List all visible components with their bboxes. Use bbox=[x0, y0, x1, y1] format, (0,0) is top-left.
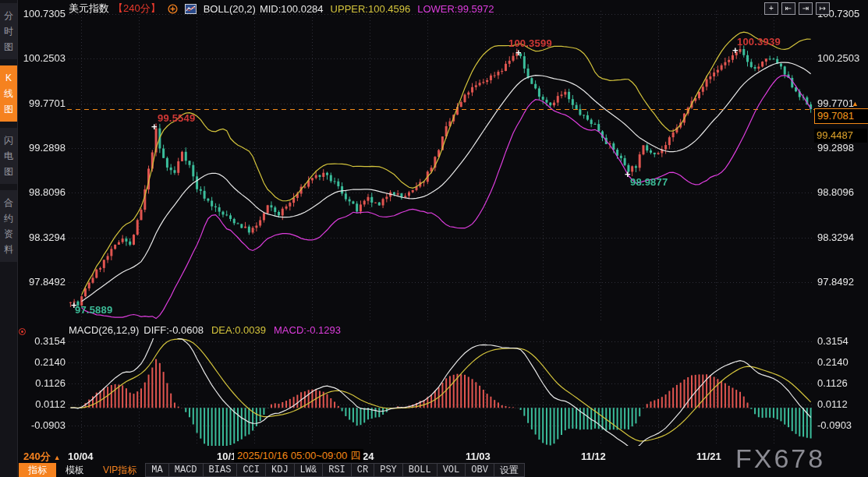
sidebar-tab-kline-chart[interactable]: K线图 bbox=[0, 65, 17, 122]
x-axis-date-label: 11/03 bbox=[466, 450, 491, 462]
price-annotation-marker: + bbox=[732, 44, 739, 56]
timeframe-arrow-icon: ▲ bbox=[54, 454, 61, 461]
toolbar-tab-VIP指标[interactable]: VIP指标 bbox=[94, 463, 146, 477]
chart-tools: +⇤⇥↦ bbox=[764, 2, 830, 15]
macd-axis-label-left: 0.2140 bbox=[20, 356, 66, 368]
sidebar-tab-char: 线 bbox=[4, 86, 13, 101]
macd-axis-label-left: 0.0112 bbox=[20, 398, 66, 410]
indicator-button-CCI[interactable]: CCI bbox=[236, 463, 266, 477]
boll-mid-value: MID:100.0284 bbox=[260, 3, 324, 15]
sidebar-tab-char: 图 bbox=[4, 39, 13, 55]
sidebar-tab-char: K bbox=[5, 70, 12, 86]
toolbar-tab-指标[interactable]: 指标 bbox=[19, 463, 56, 477]
period-badge[interactable]: 【240分】 bbox=[113, 2, 161, 16]
y-axis-label-left: 100.2503 bbox=[20, 52, 66, 64]
bar-time-tooltip: 2025/10/16 05:00~09:00 四 bbox=[234, 449, 363, 462]
price-annotation-marker: + bbox=[625, 168, 631, 180]
price-annotation: 99.5549 bbox=[158, 112, 195, 124]
price-annotation: 98.9877 bbox=[630, 176, 668, 188]
y-axis-label-right: 98.3294 bbox=[817, 231, 854, 243]
sidebar-tab-contract-info[interactable]: 合约资料 bbox=[0, 190, 17, 262]
macd-diff-value: DIFF:-0.0608 bbox=[143, 324, 204, 336]
indicator-button-RSI[interactable]: RSI bbox=[322, 463, 352, 477]
indicator-button-MA[interactable]: MA bbox=[145, 463, 168, 477]
chart-header: 美元指数 【240分】 BOLL(20,2) MID:100.0284 UPPE… bbox=[69, 2, 494, 16]
macd-axis-label-right: 0.3154 bbox=[817, 335, 849, 347]
sidebar-tab-char: 料 bbox=[4, 242, 13, 257]
x-axis-date-label: 10/04 bbox=[68, 450, 94, 462]
symbol-name: 美元指数 bbox=[69, 2, 109, 16]
x-axis-date-label: 11/21 bbox=[696, 450, 721, 462]
current-price-box: 99.7081 bbox=[814, 108, 868, 124]
macd-header: MACD(26,12,9) DIFF:-0.0608 DEA:0.0039 MA… bbox=[69, 324, 341, 336]
indicator-button-MACD[interactable]: MACD bbox=[168, 463, 204, 477]
y-axis-label-right: 98.8096 bbox=[817, 186, 854, 198]
indicator-toolbar: 指标模板VIP指标MAMACDBIASCCIKDJLW&RSICRPSYBOLL… bbox=[19, 463, 525, 477]
macd-axis-label-right: 0.0112 bbox=[817, 398, 848, 410]
indicator-button-VOL[interactable]: VOL bbox=[437, 463, 466, 477]
macd-name: MACD(26,12,9) bbox=[69, 324, 139, 336]
sidebar-tab-char: 时 bbox=[4, 23, 13, 39]
x-axis-date-label: 11/12 bbox=[581, 450, 606, 462]
macd-axis-label-right: -0.0903 bbox=[817, 419, 852, 431]
reference-price-box: 99.4487 bbox=[814, 129, 867, 143]
y-axis-label-right: 99.7701 bbox=[817, 97, 854, 109]
boll-upper-value: UPPER:100.4596 bbox=[331, 3, 411, 15]
sidebar-tab-char: 电 bbox=[4, 148, 13, 164]
macd-axis-label-right: 0.2140 bbox=[817, 356, 849, 368]
indicator-button-KDJ[interactable]: KDJ bbox=[265, 463, 295, 477]
pan-right-icon[interactable]: ↦ bbox=[816, 2, 830, 15]
chart-type-sidebar: 分时图K线图闪电图合约资料 bbox=[0, 0, 18, 477]
sidebar-tab-char: 合 bbox=[4, 195, 13, 210]
sidebar-tab-flash-chart[interactable]: 闪电图 bbox=[0, 128, 17, 184]
y-axis-label-right: 97.8492 bbox=[817, 276, 854, 288]
y-axis-label-left: 99.7701 bbox=[20, 97, 66, 109]
chart-thumbnail-icon[interactable] bbox=[185, 4, 197, 14]
sidebar-tab-char: 分 bbox=[4, 8, 13, 23]
price-annotation: 100.3939 bbox=[737, 36, 781, 48]
watermark: FX678 bbox=[735, 443, 825, 474]
indicator-button-LW&[interactable]: LW& bbox=[294, 463, 324, 477]
settings-button[interactable]: 设置 bbox=[494, 463, 525, 477]
price-annotation: 97.5889 bbox=[75, 304, 112, 316]
macd-axis-label-right: 0.1126 bbox=[817, 377, 848, 389]
trading-app-window: 分时图K线图闪电图合约资料 美元指数 【240分】 BOLL(20,2) MID… bbox=[0, 0, 868, 477]
price-annotation-marker: + bbox=[515, 47, 522, 58]
boll-label: BOLL(20,2) bbox=[204, 3, 256, 15]
crosshair-tool-icon[interactable]: + bbox=[764, 2, 778, 15]
alert-dot-icon bbox=[19, 328, 26, 335]
y-axis-label-left: 99.2898 bbox=[20, 142, 66, 154]
timeframe-label[interactable]: 240分▲ bbox=[23, 450, 61, 464]
indicator-button-BOLL[interactable]: BOLL bbox=[402, 463, 438, 477]
y-axis-label-left: 100.7305 bbox=[20, 8, 66, 19]
macd-macd-value: MACD:-0.1293 bbox=[274, 324, 341, 336]
y-axis-label-right: 99.2898 bbox=[817, 142, 854, 154]
toolbar-tab-模板[interactable]: 模板 bbox=[56, 463, 94, 477]
macd-axis-label-left: 0.3154 bbox=[20, 335, 66, 347]
price-pointer-icon: ▲ bbox=[852, 100, 859, 108]
indicator-button-BIAS[interactable]: BIAS bbox=[203, 463, 238, 477]
chart-canvas[interactable] bbox=[0, 0, 868, 477]
macd-axis-label-left: -0.0903 bbox=[20, 419, 66, 431]
indicator-button-CR[interactable]: CR bbox=[351, 463, 374, 477]
price-annotation-marker: + bbox=[71, 299, 77, 311]
add-indicator-icon[interactable] bbox=[168, 4, 178, 14]
boll-lower-value: LOWER:99.5972 bbox=[417, 3, 494, 15]
y-axis-label-left: 98.3294 bbox=[20, 231, 66, 243]
sidebar-tab-char: 闪 bbox=[4, 132, 13, 148]
macd-axis-label-left: 0.1126 bbox=[20, 377, 66, 389]
y-axis-label-left: 98.8096 bbox=[20, 186, 66, 198]
y-axis-label-right: 100.2503 bbox=[817, 52, 859, 64]
sidebar-tab-char: 图 bbox=[4, 164, 13, 179]
indicator-button-PSY[interactable]: PSY bbox=[374, 463, 403, 477]
sidebar-tab-char: 图 bbox=[4, 101, 13, 117]
compress-chart-icon[interactable]: ⇤ bbox=[781, 2, 795, 15]
price-annotation-marker: + bbox=[151, 121, 158, 132]
timeframe-text: 240分 bbox=[23, 450, 51, 462]
expand-chart-icon[interactable]: ⇥ bbox=[799, 2, 813, 15]
y-axis-label-left: 97.8492 bbox=[20, 276, 66, 288]
sidebar-tab-time-share-chart[interactable]: 分时图 bbox=[0, 3, 17, 59]
sidebar-tab-char: 约 bbox=[4, 210, 13, 226]
macd-dea-value: DEA:0.0039 bbox=[211, 324, 266, 336]
indicator-button-OBV[interactable]: OBV bbox=[465, 463, 494, 477]
